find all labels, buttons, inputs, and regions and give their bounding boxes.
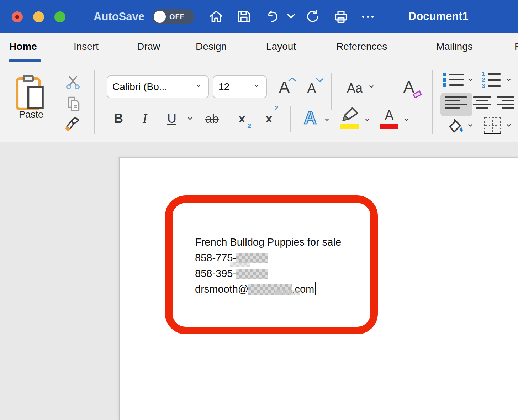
red-annotation-box: French Bulldog Puppies for sale 858-775-… [165,195,378,334]
font-size-value: 12 [218,81,229,93]
ribbon-divider [331,73,332,110]
document-text[interactable]: French Bulldog Puppies for sale 858-775-… [195,234,366,297]
superscript-button[interactable]: x 2 [259,109,279,128]
underline-chevron-icon[interactable] [188,117,195,122]
bold-button[interactable]: B [110,109,127,128]
redo-icon[interactable] [305,9,321,25]
ribbon: Paste Calibri (Bo... 12 A A [0,66,518,142]
numbered-list-button[interactable]: 1 2 3 [481,70,501,90]
font-name-select[interactable]: Calibri (Bo... [107,75,209,98]
ribbon-divider [387,73,387,110]
minimize-window-button[interactable] [33,11,44,22]
autosave-toggle[interactable]: OFF [152,9,194,24]
bullet-list-chevron-icon[interactable] [468,79,475,83]
grow-font-button[interactable]: A [274,77,295,98]
paint-bucket-icon [446,117,465,135]
font-color-button[interactable]: A [379,106,399,124]
cut-icon[interactable] [63,74,83,91]
chevron-down-icon [196,85,203,89]
change-case-button[interactable]: Aa [342,79,367,98]
font-color-chevron-icon[interactable] [404,119,411,123]
text-effects-chevron-icon[interactable] [325,119,332,123]
redacted-phone-1 [236,253,268,263]
redacted-phone-2 [236,269,268,279]
borders-chevron-icon[interactable] [507,124,513,128]
highlighter-icon [339,106,360,124]
paste-label: Paste [19,109,43,120]
print-icon[interactable] [333,9,349,25]
align-right-button[interactable] [497,94,514,111]
active-tab-indicator [9,59,41,62]
highlight-chevron-icon[interactable] [365,119,372,123]
zoom-window-button[interactable] [54,11,65,22]
tab-mailings[interactable]: Mailings [436,41,473,52]
strikethrough-button[interactable]: ab [201,109,223,128]
text-line-2: 858-775- [195,250,366,266]
title-bar: AutoSave OFF Document1 [0,0,518,33]
redacted-fragment [275,290,300,295]
tab-review[interactable]: Review [514,41,518,52]
text-line-1: French Bulldog Puppies for sale [195,234,366,250]
paste-button[interactable] [13,72,50,115]
document-canvas: French Bulldog Puppies for sale 858-775-… [0,142,518,420]
highlight-color-swatch [340,124,359,129]
close-window-button[interactable] [12,11,23,22]
format-painter-icon[interactable] [63,114,83,133]
clipboard-icon [14,73,49,114]
shrink-font-button[interactable]: A [302,79,321,98]
tab-insert[interactable]: Insert [74,41,99,52]
align-left-button[interactable] [445,94,467,111]
chevron-down-icon [254,85,261,89]
shading-button[interactable] [445,116,465,136]
document-page[interactable]: French Bulldog Puppies for sale 858-775-… [119,157,518,420]
clear-formatting-button[interactable]: A [398,76,420,98]
ribbon-divider [290,106,291,132]
borders-icon [484,117,501,134]
caret-up-icon [288,77,296,82]
toggle-knob-icon [154,11,166,23]
autosave-state-label: OFF [169,13,185,21]
font-size-select[interactable]: 12 [213,75,267,98]
text-effects-button[interactable]: A [300,106,321,129]
caret-down-icon [316,78,324,83]
text-cursor [315,282,316,295]
ribbon-divider [432,70,433,134]
undo-chevron-icon[interactable] [287,12,295,21]
save-icon[interactable] [236,9,252,25]
bullet-list-button[interactable] [443,71,464,89]
home-icon[interactable] [208,9,224,25]
document-title: Document1 [408,10,469,23]
align-center-button[interactable] [473,94,491,111]
redacted-fragment [230,262,250,267]
shading-chevron-icon[interactable] [468,124,475,128]
change-case-chevron-icon[interactable] [369,85,376,90]
italic-button[interactable]: I [137,109,153,128]
autosave-label: AutoSave [94,10,144,23]
ribbon-divider [94,70,95,134]
underline-button[interactable]: U [163,109,181,128]
copy-icon[interactable] [64,94,83,113]
tab-design[interactable]: Design [196,41,227,52]
undo-icon[interactable] [264,9,280,25]
borders-button[interactable] [483,116,502,136]
subscript-button[interactable]: x 2 [232,109,252,128]
font-name-value: Calibri (Bo... [112,81,167,93]
font-color-swatch [380,124,398,129]
text-line-3: 858-395- [195,266,366,281]
tab-home[interactable]: Home [9,41,37,52]
tab-draw[interactable]: Draw [137,41,160,52]
highlight-button[interactable] [339,105,361,125]
ribbon-tabs: Home Insert Draw Design Layout Reference… [0,33,518,66]
numbered-list-chevron-icon[interactable] [507,79,513,83]
tab-references[interactable]: References [336,41,387,52]
eraser-icon [413,90,423,99]
tab-layout[interactable]: Layout [266,41,296,52]
